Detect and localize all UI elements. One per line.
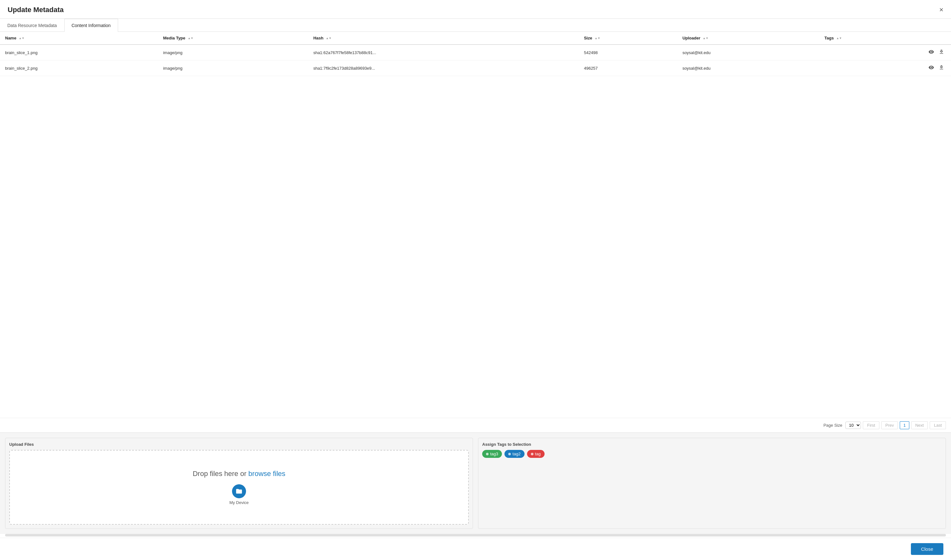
col-header-name[interactable]: Name ▲▼: [0, 32, 158, 45]
drop-text: Drop files here or browse files: [192, 470, 285, 478]
content-table-container: Name ▲▼ Media Type ▲▼ Hash ▲▼ Size ▲▼: [0, 32, 951, 418]
cell-uploader: soysal@kit.edu: [677, 60, 819, 76]
view-button[interactable]: [927, 48, 936, 57]
page-size-label: Page Size: [823, 423, 842, 428]
table-row: brain_slice_1.png image/png sha1:62a767f…: [0, 45, 951, 60]
tag-label: tag: [535, 451, 541, 456]
cell-name: brain_slice_2.png: [0, 60, 158, 76]
tag-dot: [508, 453, 511, 455]
tag-badge[interactable]: tag2: [505, 450, 524, 458]
browse-files-link[interactable]: browse files: [248, 470, 285, 478]
cell-size: 496257: [579, 60, 677, 76]
sort-icon-hash: ▲▼: [326, 37, 332, 40]
sort-icon-name: ▲▼: [19, 37, 25, 40]
tabs-bar: Data Resource Metadata Content Informati…: [0, 19, 951, 32]
tag-dot: [531, 453, 533, 455]
cell-uploader: soysal@kit.edu: [677, 45, 819, 60]
close-x-button[interactable]: ×: [939, 6, 943, 13]
sort-icon-size: ▲▼: [594, 37, 600, 40]
cell-hash: sha1:62a767f7fe58fe137b88c91...: [308, 45, 579, 60]
drop-static-text: Drop files here or: [192, 470, 248, 478]
tag-badge[interactable]: tag3: [482, 450, 502, 458]
upload-panel-title: Upload Files: [9, 442, 469, 447]
col-header-tags[interactable]: Tags ▲▼: [819, 32, 922, 45]
tab-content-information[interactable]: Content Information: [64, 19, 118, 32]
drop-zone[interactable]: Drop files here or browse files My Devic…: [9, 450, 469, 525]
modal-title: Update Metadata: [8, 6, 64, 14]
tags-row: tag3tag2tag: [482, 450, 942, 458]
first-page-button[interactable]: First: [863, 421, 879, 429]
sort-icon-media-type: ▲▼: [188, 37, 194, 40]
col-header-size[interactable]: Size ▲▼: [579, 32, 677, 45]
tag-label: tag3: [490, 451, 498, 456]
assign-tags-title: Assign Tags to Selection: [482, 442, 942, 447]
col-header-actions: [922, 32, 951, 45]
assign-tags-panel: Assign Tags to Selection tag3tag2tag: [478, 438, 946, 529]
upload-panel: Upload Files Drop files here or browse f…: [5, 438, 473, 529]
last-page-button[interactable]: Last: [929, 421, 946, 429]
cell-actions: [922, 60, 951, 76]
current-page-indicator: 1: [900, 421, 909, 429]
close-button[interactable]: Close: [911, 543, 943, 555]
bottom-section: Upload Files Drop files here or browse f…: [0, 432, 951, 534]
my-device-section[interactable]: My Device: [229, 484, 249, 505]
device-label: My Device: [229, 500, 249, 505]
table-body: brain_slice_1.png image/png sha1:62a767f…: [0, 45, 951, 76]
col-header-media-type[interactable]: Media Type ▲▼: [158, 32, 308, 45]
prev-page-button[interactable]: Prev: [881, 421, 898, 429]
device-icon: [232, 484, 246, 498]
modal-header: Update Metadata ×: [0, 0, 951, 19]
content-table: Name ▲▼ Media Type ▲▼ Hash ▲▼ Size ▲▼: [0, 32, 951, 76]
tag-dot: [486, 453, 489, 455]
modal-footer: Close: [0, 538, 951, 560]
update-metadata-modal: Update Metadata × Data Resource Metadata…: [0, 0, 951, 560]
cell-tags: [819, 45, 922, 60]
download-button[interactable]: [937, 64, 946, 72]
tag-badge[interactable]: tag: [527, 450, 545, 458]
col-header-uploader[interactable]: Uploader ▲▼: [677, 32, 819, 45]
page-size-select[interactable]: 10 25 50: [845, 422, 861, 429]
folder-icon: [235, 488, 243, 495]
pagination-bar: Page Size 10 25 50 First Prev 1 Next Las…: [0, 418, 951, 432]
sort-icon-uploader: ▲▼: [703, 37, 708, 40]
next-page-button[interactable]: Next: [911, 421, 928, 429]
cell-media-type: image/png: [158, 45, 308, 60]
tag-label: tag2: [512, 451, 520, 456]
cell-name: brain_slice_1.png: [0, 45, 158, 60]
table-header-row: Name ▲▼ Media Type ▲▼ Hash ▲▼ Size ▲▼: [0, 32, 951, 45]
view-button[interactable]: [927, 64, 936, 72]
download-button[interactable]: [937, 48, 946, 57]
table-row: brain_slice_2.png image/png sha1:7f9c2fe…: [0, 60, 951, 76]
cell-actions: [922, 45, 951, 60]
col-header-hash[interactable]: Hash ▲▼: [308, 32, 579, 45]
cell-tags: [819, 60, 922, 76]
horizontal-scrollbar[interactable]: [5, 534, 946, 537]
tab-data-resource[interactable]: Data Resource Metadata: [0, 19, 64, 32]
cell-size: 542498: [579, 45, 677, 60]
sort-icon-tags: ▲▼: [836, 37, 842, 40]
cell-hash: sha1:7f9c2fe173d828a89693e9...: [308, 60, 579, 76]
cell-media-type: image/png: [158, 60, 308, 76]
